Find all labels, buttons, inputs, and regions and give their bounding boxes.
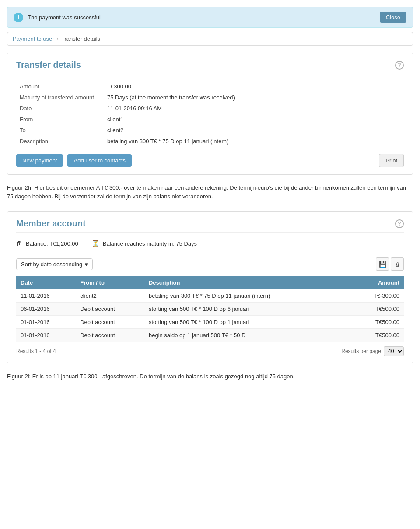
sort-dropdown-arrow: ▾ — [85, 261, 88, 268]
row-amount: T€500.00 — [349, 329, 404, 342]
transfer-details-title: Transfer details — [16, 60, 81, 70]
sort-label: Sort by date descending — [21, 261, 82, 268]
member-account-header: Member account ? — [16, 219, 404, 233]
add-user-to-contacts-button[interactable]: Add user to contacts — [67, 154, 132, 167]
row-date: 11-01-2016 — [16, 289, 76, 303]
row-amount: T€500.00 — [349, 303, 404, 316]
button-row-left: New payment Add user to contacts — [16, 154, 132, 167]
results-info: Results 1 - 4 of 4 — [16, 348, 56, 354]
transfer-detail-row: From client1 — [16, 114, 404, 125]
detail-value: betaling van 300 T€ * 75 D op 11 januari… — [104, 136, 404, 147]
hourglass-icon: ⏳ — [91, 240, 100, 247]
maturity-label: Balance reaches maturity in: 75 Days — [103, 240, 197, 247]
row-description: betaling van 300 T€ * 75 D op 11 januari… — [144, 289, 349, 303]
member-account-help-icon[interactable]: ? — [395, 219, 404, 228]
row-description: storting van 500 T€ * 100 D op 6 januari — [144, 303, 349, 316]
account-transactions-table: DateFrom / toDescriptionAmount 11-01-201… — [16, 276, 404, 342]
detail-value: T€300.00 — [104, 81, 404, 92]
row-description: begin saldo op 1 januari 500 T€ * 50 D — [144, 329, 349, 342]
breadcrumb-step2: Transfer details — [61, 35, 100, 42]
toolbar-icons: 💾 🖨 — [376, 257, 404, 271]
transfer-detail-row: Date 11-01-2016 09:16 AM — [16, 103, 404, 114]
table-row: 11-01-2016 client2 betaling van 300 T€ *… — [16, 289, 404, 303]
transfer-details-card: Transfer details ? Amount T€300.00 Matur… — [7, 53, 413, 175]
breadcrumb-step1[interactable]: Payment to user — [13, 35, 54, 42]
maturity-info: ⏳ Balance reaches maturity in: 75 Days — [91, 240, 197, 247]
print-button[interactable]: Print — [379, 154, 404, 167]
transfer-details-header: Transfer details ? — [16, 60, 404, 74]
new-payment-button[interactable]: New payment — [16, 154, 63, 167]
toolbar-row: Sort by date descending ▾ 💾 🖨 — [16, 257, 404, 271]
detail-value: client2 — [104, 125, 404, 136]
transfer-detail-row: To client2 — [16, 125, 404, 136]
row-description: storting van 500 T€ * 100 D op 1 januari — [144, 316, 349, 329]
balance-label: Balance: T€1,200.00 — [26, 240, 78, 247]
balance-info: 🗓 Balance: T€1,200.00 — [16, 240, 78, 247]
row-from-to: Debit account — [76, 316, 144, 329]
detail-label: Amount — [16, 81, 104, 92]
table-body: 11-01-2016 client2 betaling van 300 T€ *… — [16, 289, 404, 342]
detail-label: Date — [16, 103, 104, 114]
transfer-detail-table: Amount T€300.00 Maturity of transfered a… — [16, 81, 404, 147]
table-col-from---to: From / to — [76, 276, 144, 289]
close-button[interactable]: Close — [380, 12, 406, 23]
results-per-page-label: Results per page — [341, 348, 381, 354]
print-icon-button[interactable]: 🖨 — [391, 257, 404, 271]
member-account-card: Member account ? 🗓 Balance: T€1,200.00 ⏳… — [7, 211, 413, 363]
row-date: 01-01-2016 — [16, 316, 76, 329]
row-from-to: Debit account — [76, 329, 144, 342]
row-from-to: client2 — [76, 289, 144, 303]
figure-2i-text: Figuur 2i: Er is op 11 januari T€ 300,- … — [7, 372, 413, 381]
table-row: 01-01-2016 Debit account storting van 50… — [16, 316, 404, 329]
table-col-amount: Amount — [349, 276, 404, 289]
figure-2h-text: Figuur 2h: Hier besluit ondernemer A T€ … — [7, 183, 413, 201]
detail-label: Description — [16, 136, 104, 147]
success-banner: i The payment was successful Close — [7, 7, 413, 28]
transfer-details-button-row: New payment Add user to contacts Print — [16, 154, 404, 167]
results-per-page-select[interactable]: 40 20 80 — [384, 346, 404, 356]
row-amount: T€500.00 — [349, 316, 404, 329]
success-message-container: i The payment was successful — [14, 13, 101, 22]
detail-label: From — [16, 114, 104, 125]
row-date: 06-01-2016 — [16, 303, 76, 316]
transfer-detail-row: Description betaling van 300 T€ * 75 D o… — [16, 136, 404, 147]
transfer-detail-row: Amount T€300.00 — [16, 81, 404, 92]
table-footer: Results 1 - 4 of 4 Results per page 40 2… — [16, 346, 404, 356]
detail-value: client1 — [104, 114, 404, 125]
sort-dropdown[interactable]: Sort by date descending ▾ — [16, 258, 93, 270]
results-per-page: Results per page 40 20 80 — [341, 346, 404, 356]
breadcrumb-separator: › — [57, 35, 59, 42]
balance-icon: 🗓 — [16, 240, 23, 247]
member-account-title: Member account — [16, 219, 86, 229]
row-amount: T€-300.00 — [349, 289, 404, 303]
breadcrumb: Payment to user › Transfer details — [7, 32, 413, 46]
transfer-detail-row: Maturity of transfered amount 75 Days (a… — [16, 92, 404, 103]
detail-label: To — [16, 125, 104, 136]
table-col-date: Date — [16, 276, 76, 289]
transfer-details-help-icon[interactable]: ? — [395, 61, 404, 70]
row-from-to: Debit account — [76, 303, 144, 316]
success-message-text: The payment was successful — [28, 14, 101, 21]
detail-value: 11-01-2016 09:16 AM — [104, 103, 404, 114]
table-col-description: Description — [144, 276, 349, 289]
table-row: 06-01-2016 Debit account storting van 50… — [16, 303, 404, 316]
detail-value: 75 Days (at the moment the transfer was … — [104, 92, 404, 103]
save-icon-button[interactable]: 💾 — [376, 257, 389, 271]
table-header: DateFrom / toDescriptionAmount — [16, 276, 404, 289]
account-meta: 🗓 Balance: T€1,200.00 ⏳ Balance reaches … — [16, 240, 404, 252]
info-icon: i — [14, 13, 23, 22]
row-date: 01-01-2016 — [16, 329, 76, 342]
detail-label: Maturity of transfered amount — [16, 92, 104, 103]
table-row: 01-01-2016 Debit account begin saldo op … — [16, 329, 404, 342]
